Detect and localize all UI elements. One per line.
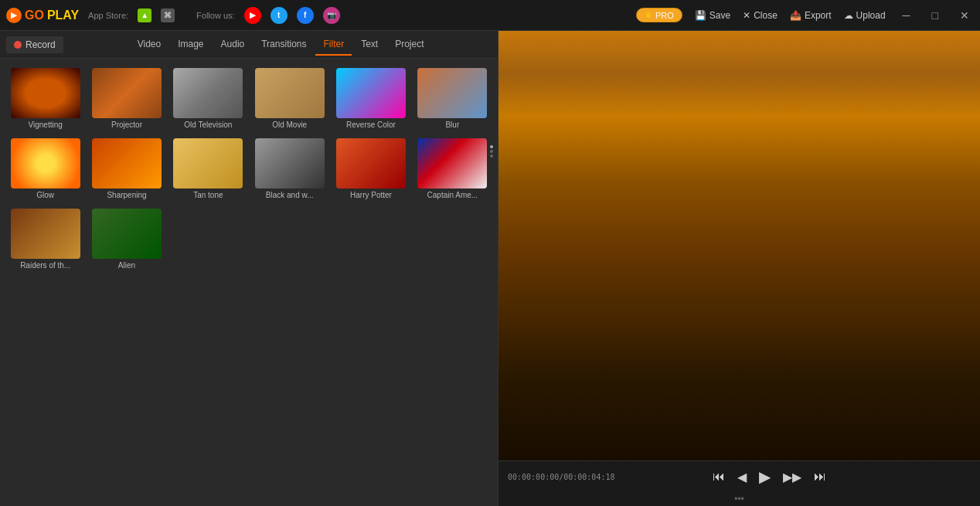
logo-text: GO xyxy=(25,8,44,22)
filter-captain[interactable]: Captain Ame... xyxy=(413,135,492,202)
followus-label: Follow us: xyxy=(196,11,235,20)
filter-reverse[interactable]: Reverse Color xyxy=(332,65,410,132)
pro-label: PRO xyxy=(655,11,674,20)
upload-button[interactable]: ☁ Upload xyxy=(844,10,886,21)
filter-thumb-bw xyxy=(255,138,325,188)
logo-icon: ▶ xyxy=(6,8,22,23)
tab-image[interactable]: Image xyxy=(170,34,211,56)
upload-icon: ☁ xyxy=(844,10,853,21)
youtube-icon[interactable]: ▶ xyxy=(244,7,261,24)
skip-start-button[interactable]: ⏮ xyxy=(709,467,728,487)
maximize-button[interactable]: □ xyxy=(927,9,943,22)
filter-label-glow: Glow xyxy=(36,191,54,199)
export-button[interactable]: 📤 Export xyxy=(790,10,832,21)
tab-video[interactable]: Video xyxy=(130,34,168,56)
apple-icon[interactable]: ⌘ xyxy=(161,8,175,22)
window-close-button[interactable]: ✕ xyxy=(955,9,974,22)
tab-text[interactable]: Text xyxy=(353,34,386,56)
filter-label-sharpening: Sharpening xyxy=(107,191,146,199)
filter-old-movie[interactable]: Old Movie xyxy=(250,65,328,132)
filter-thumb-tan xyxy=(173,138,243,188)
export-icon: 📤 xyxy=(790,10,801,21)
timecode-bar: 00:00:00:00/00:00:04:18 ⏮ ◀ ▶ ▶▶ ⏭ xyxy=(499,460,980,492)
filter-thumb-captain xyxy=(417,138,487,188)
filter-raiders[interactable]: Raiders of th... xyxy=(6,205,84,273)
filter-label-blur: Blur xyxy=(445,121,459,129)
skip-end-button[interactable]: ⏭ xyxy=(811,467,829,487)
filter-label-old-movie: Old Movie xyxy=(272,121,307,129)
timecode: 00:00:00:00/00:00:04:18 xyxy=(508,473,614,481)
filter-blur[interactable]: Blur xyxy=(413,65,492,132)
filter-projector[interactable]: Projector xyxy=(87,65,165,132)
tab-project[interactable]: Project xyxy=(387,34,431,56)
filter-label-old-tv: Old Television xyxy=(184,121,232,129)
topbar: ▶ GOPLAY App Store: ▲ ⌘ Follow us: ▶ t f… xyxy=(0,0,980,31)
filter-label-projector: Projector xyxy=(111,121,142,129)
filter-thumb-alien xyxy=(92,209,162,259)
filter-label-captain: Captain Ame... xyxy=(427,191,478,199)
video-preview xyxy=(499,31,980,460)
tab-filter[interactable]: Filter xyxy=(315,34,352,56)
left-panel: Record Video Image Audio Transitions Fil… xyxy=(0,31,499,506)
playback-controls: ⏮ ◀ ▶ ▶▶ ⏭ xyxy=(709,464,829,489)
app-logo: ▶ GOPLAY xyxy=(6,8,79,23)
appstore-label: App Store: xyxy=(88,11,128,20)
record-label: Record xyxy=(26,39,56,50)
main-content: Record Video Image Audio Transitions Fil… xyxy=(0,31,980,506)
filter-thumb-old-tv xyxy=(173,68,243,118)
tab-transitions[interactable]: Transitions xyxy=(254,34,314,56)
next-frame-button[interactable]: ▶▶ xyxy=(780,467,805,487)
filter-label-raiders: Raiders of th... xyxy=(20,261,70,270)
preview-more[interactable]: ••• xyxy=(499,492,980,506)
record-dot xyxy=(14,41,22,49)
filter-thumb-vignetting xyxy=(11,68,80,118)
filter-thumb-blur xyxy=(417,68,487,118)
filter-harry[interactable]: Harry Potter xyxy=(332,135,410,202)
filter-vignetting[interactable]: Vignetting xyxy=(6,65,84,132)
filter-label-alien: Alien xyxy=(118,261,135,270)
filter-sharpening[interactable]: Sharpening xyxy=(87,135,165,202)
twitter-icon[interactable]: t xyxy=(271,7,288,24)
filter-label-harry: Harry Potter xyxy=(350,191,392,199)
filter-thumb-raiders xyxy=(11,209,80,259)
nav-tabs: Video Image Audio Transitions Filter Tex… xyxy=(130,34,432,56)
right-panel: 00:00:00:00/00:00:04:18 ⏮ ◀ ▶ ▶▶ ⏭ ••• xyxy=(499,31,980,506)
logo-text-play: PLAY xyxy=(47,8,79,22)
scroll-indicator xyxy=(490,145,493,158)
filter-alien[interactable]: Alien xyxy=(87,205,165,273)
crown-icon: ♛ xyxy=(645,10,652,20)
filter-label-tan: Tan tone xyxy=(193,191,223,199)
android-icon[interactable]: ▲ xyxy=(138,8,151,22)
pro-badge: ♛ PRO xyxy=(636,8,682,22)
filter-thumb-glow xyxy=(11,138,80,188)
preview-area xyxy=(499,31,980,460)
filter-thumb-old-movie xyxy=(255,68,325,118)
filter-thumb-sharpening xyxy=(92,138,162,188)
filter-bw[interactable]: Black and w... xyxy=(250,135,328,202)
instagram-icon[interactable]: 📷 xyxy=(323,7,340,24)
filter-thumb-reverse xyxy=(336,68,406,118)
play-button[interactable]: ▶ xyxy=(756,464,774,489)
filter-label-vignetting: Vignetting xyxy=(29,121,63,129)
filter-glow[interactable]: Glow xyxy=(6,135,84,202)
filter-grid: Vignetting Projector Old Television Old … xyxy=(0,59,498,506)
prev-frame-button[interactable]: ◀ xyxy=(734,467,750,487)
close-icon: ✕ xyxy=(743,10,750,21)
filter-thumb-projector xyxy=(92,68,162,118)
media-toolbar: Record Video Image Audio Transitions Fil… xyxy=(0,31,498,59)
filter-tan[interactable]: Tan tone xyxy=(169,135,247,202)
filter-label-bw: Black and w... xyxy=(266,191,314,199)
minimize-button[interactable]: ─ xyxy=(898,9,915,22)
save-icon: 💾 xyxy=(695,10,706,21)
topbar-right: ♛ PRO 💾 Save ✕ Close 📤 Export ☁ Upload ─… xyxy=(636,8,974,22)
facebook-icon[interactable]: f xyxy=(297,7,314,24)
filter-label-reverse: Reverse Color xyxy=(346,121,396,129)
three-dots-icon[interactable]: ••• xyxy=(731,494,747,504)
close-button[interactable]: ✕ Close xyxy=(743,10,778,21)
filter-old-tv[interactable]: Old Television xyxy=(169,65,247,132)
save-button[interactable]: 💾 Save xyxy=(695,10,730,21)
filter-thumb-harry xyxy=(336,138,406,188)
record-button[interactable]: Record xyxy=(6,36,63,53)
tab-audio[interactable]: Audio xyxy=(213,34,253,56)
